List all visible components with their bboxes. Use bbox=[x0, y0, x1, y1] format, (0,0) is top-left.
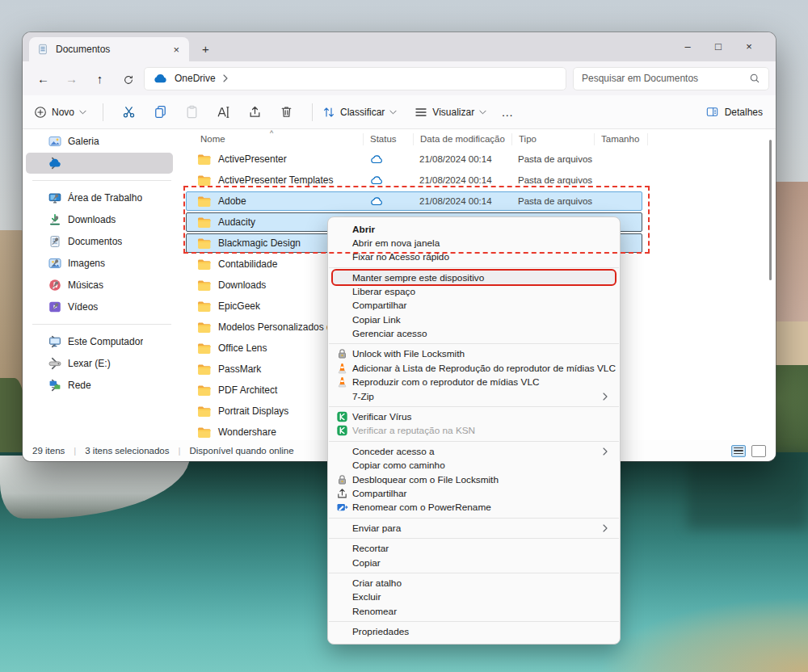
menu-item-propriedades[interactable]: Propriedades bbox=[332, 624, 616, 638]
toolbar-divider bbox=[103, 103, 103, 121]
menu-item-copiar-link[interactable]: Copiar Link bbox=[332, 313, 616, 326]
new-tab-button[interactable]: + bbox=[202, 42, 209, 56]
sidebar-item-galeria[interactable]: Galeria bbox=[26, 131, 173, 152]
sidebar-item-videos[interactable]: Vídeos bbox=[26, 296, 173, 317]
menu-item-label: Manter sempre este dispositivo bbox=[352, 272, 484, 284]
menu-item-label: Verificar Vírus bbox=[352, 411, 411, 422]
file-row-activepresenter[interactable]: ActivePresenter21/08/2024 00:14Pasta de … bbox=[184, 149, 776, 170]
vlc-icon bbox=[336, 376, 348, 388]
onedrive-cloud-icon bbox=[154, 74, 167, 83]
scrollbar-thumb[interactable] bbox=[769, 140, 772, 280]
menu-item-recortar[interactable]: Recortar bbox=[332, 541, 616, 555]
menu-item-reproduzir-com-o-reprodutor-de-midias-vlc[interactable]: Reproduzir com o reprodutor de mídias VL… bbox=[332, 376, 616, 389]
new-button[interactable]: Novo bbox=[34, 106, 86, 119]
share-icon[interactable] bbox=[248, 105, 262, 119]
more-options-button[interactable]: … bbox=[501, 105, 514, 119]
menu-item-excluir[interactable]: Excluir bbox=[332, 590, 616, 604]
file-row-activepresenter-templates[interactable]: ActivePresenter Templates21/08/2024 00:1… bbox=[184, 170, 776, 191]
menu-item-unlock-with-file-locksmith[interactable]: Unlock with File Locksmith bbox=[332, 347, 616, 361]
folder-icon bbox=[197, 237, 211, 250]
copy-icon[interactable] bbox=[154, 105, 167, 119]
sidebar-item-documentos[interactable]: Documentos bbox=[26, 231, 173, 252]
menu-item-abrir-em-nova-janela[interactable]: Abrir em nova janela bbox=[332, 236, 616, 250]
menu-item-copiar[interactable]: Copiar bbox=[332, 556, 616, 569]
menu-item-compartilhar[interactable]: Compartilhar bbox=[332, 299, 616, 313]
sidebar-item-lexar-e[interactable]: Lexar (E:) bbox=[26, 353, 173, 374]
tab-documentos[interactable]: Documentos × bbox=[29, 37, 189, 61]
menu-item-manter-sempre-este-dispositivo[interactable]: Manter sempre este dispositivo bbox=[331, 269, 617, 286]
file-row-adobe[interactable]: Adobe21/08/2024 00:14Pasta de arquivos bbox=[184, 191, 776, 212]
menu-item-fixar-no-acesso-rapido[interactable]: Fixar no Acesso rápido bbox=[332, 250, 616, 264]
selected-count: 3 itens selecionados bbox=[85, 446, 169, 456]
refresh-button[interactable] bbox=[114, 71, 142, 85]
menu-item-label: Renomear bbox=[352, 606, 397, 617]
sort-button[interactable]: Classificar bbox=[322, 106, 397, 119]
sidebar-item-musicas[interactable]: Músicas bbox=[26, 275, 173, 296]
breadcrumb-location[interactable]: OneDrive bbox=[175, 73, 216, 84]
menu-item-desbloquear-com-o-file-locksmith[interactable]: Desbloquear com o File Locksmith bbox=[332, 472, 616, 486]
file-date-cell: 21/08/2024 00:14 bbox=[414, 196, 512, 206]
menu-item-renomear[interactable]: Renomear bbox=[332, 604, 616, 618]
sidebar-item-label: Documentos bbox=[26, 236, 122, 247]
file-name-cell: ActivePresenter bbox=[184, 153, 364, 166]
availability-status: Disponível quando online bbox=[190, 446, 294, 456]
column-header-size[interactable]: Tamanho bbox=[595, 133, 648, 145]
up-button[interactable]: ↑ bbox=[86, 72, 114, 86]
menu-item-label: Excluir bbox=[352, 591, 381, 603]
menu-item-label: Copiar como caminho bbox=[352, 460, 445, 471]
chevron-right-icon[interactable] bbox=[223, 74, 228, 82]
details-pane-button[interactable]: Detalhes bbox=[705, 106, 763, 118]
menu-item-conceder-acesso-a[interactable]: Conceder acesso a bbox=[332, 444, 616, 458]
address-bar[interactable]: OneDrive bbox=[144, 67, 566, 90]
folder-icon bbox=[197, 321, 211, 334]
menu-item-copiar-como-caminho[interactable]: Copiar como caminho bbox=[332, 458, 616, 472]
status-divider: | bbox=[179, 446, 181, 456]
menu-item-enviar-para[interactable]: Enviar para bbox=[332, 521, 616, 535]
menu-item-compartilhar[interactable]: Compartilhar bbox=[332, 486, 616, 500]
chevron-down-icon bbox=[389, 110, 397, 115]
menu-item-criar-atalho[interactable]: Criar atalho bbox=[332, 576, 616, 590]
sidebar-item-label: Galeria bbox=[26, 136, 99, 147]
search-box[interactable]: Pesquisar em Documentos bbox=[573, 67, 769, 90]
details-view-toggle[interactable] bbox=[731, 445, 746, 457]
file-type-cell: Pasta de arquivos bbox=[512, 196, 595, 206]
sidebar-item-downloads[interactable]: Downloads bbox=[26, 209, 173, 230]
column-header-name[interactable]: Nome bbox=[184, 133, 364, 145]
folder-icon bbox=[197, 363, 211, 376]
menu-item-gerenciar-acesso[interactable]: Gerenciar acesso bbox=[332, 326, 616, 340]
paste-icon[interactable] bbox=[185, 105, 199, 119]
forward-button[interactable]: → bbox=[57, 72, 86, 86]
delete-icon[interactable] bbox=[280, 105, 293, 119]
sidebar-item-area-de-trabalho[interactable]: Área de Trabalho bbox=[26, 187, 173, 208]
close-button[interactable]: × bbox=[734, 40, 764, 52]
refresh-icon bbox=[123, 74, 134, 86]
sidebar-item-este-computador[interactable]: Este Computador bbox=[26, 331, 173, 352]
menu-item-verificar-a-reputacao-na-ksn[interactable]: Verificar a reputação na KSN bbox=[332, 424, 616, 438]
column-header-type[interactable]: Tipo bbox=[512, 133, 595, 145]
icons-view-toggle[interactable] bbox=[751, 445, 766, 457]
menu-item-liberar-espaco[interactable]: Liberar espaço bbox=[332, 284, 616, 298]
menu-item-adicionar-a-lista-de-reproducao-do-reprodu[interactable]: Adicionar à Lista de Reprodução do repro… bbox=[332, 361, 616, 375]
rename-icon[interactable] bbox=[217, 105, 230, 119]
maximize-button[interactable]: □ bbox=[703, 40, 734, 52]
sidebar-item-rede[interactable]: Rede bbox=[26, 375, 173, 396]
menu-item-verificar-virus[interactable]: Verificar Vírus bbox=[332, 410, 616, 423]
view-button[interactable]: Visualizar bbox=[415, 106, 486, 119]
menu-item-label: Recortar bbox=[352, 543, 389, 554]
file-name-label: Portrait Displays bbox=[218, 405, 288, 417]
sidebar-item-imagens[interactable]: Imagens bbox=[26, 253, 173, 274]
sort-ascending-icon[interactable]: ^ bbox=[270, 129, 273, 137]
column-header-date[interactable]: Data de modificação bbox=[414, 133, 512, 145]
column-header-status[interactable]: Status bbox=[364, 133, 414, 145]
back-button[interactable]: ← bbox=[29, 72, 57, 86]
file-name-label: PassMark bbox=[218, 363, 261, 375]
drive-icon bbox=[48, 357, 61, 370]
menu-item-7-zip[interactable]: 7-Zip bbox=[332, 389, 616, 403]
menu-item-renomear-com-o-powerrename[interactable]: Renomear com o PowerRename bbox=[332, 501, 616, 514]
share-icon bbox=[336, 487, 348, 499]
tab-close-icon[interactable]: × bbox=[171, 44, 181, 56]
sidebar-item-onedrive[interactable] bbox=[26, 153, 173, 174]
minimize-button[interactable]: – bbox=[672, 40, 703, 52]
cut-icon[interactable] bbox=[122, 105, 136, 119]
menu-item-abrir[interactable]: Abrir bbox=[332, 222, 616, 236]
